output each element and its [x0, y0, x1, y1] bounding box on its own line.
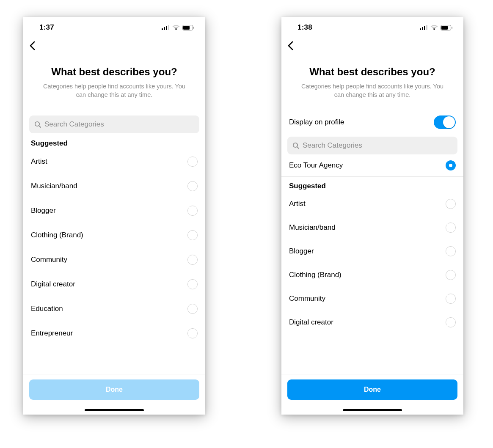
category-item[interactable]: Musician/band: [23, 174, 205, 198]
category-list: Artist Musician/band Blogger Clothing (B…: [23, 149, 205, 346]
search-icon: [292, 142, 299, 149]
svg-rect-0: [162, 28, 163, 30]
search-input[interactable]: Search Categories: [287, 137, 457, 154]
svg-rect-5: [183, 26, 190, 30]
radio-unchecked-icon: [187, 304, 198, 314]
page-title: What best describes you?: [281, 66, 463, 78]
status-icons: [162, 25, 194, 30]
battery-icon: [182, 25, 194, 30]
done-button-label: Done: [364, 386, 381, 393]
radio-unchecked-icon: [187, 279, 198, 289]
done-button[interactable]: Done: [287, 379, 457, 400]
radio-unchecked-icon: [187, 328, 198, 338]
svg-rect-6: [193, 27, 194, 29]
display-on-profile-row: Display on profile: [281, 115, 463, 137]
home-indicator[interactable]: [343, 409, 402, 411]
search-placeholder: Search Categories: [44, 120, 104, 129]
content-area: Display on profile Search Categories Eco…: [281, 115, 463, 374]
home-indicator[interactable]: [85, 409, 144, 411]
svg-rect-10: [422, 27, 423, 30]
radio-unchecked-icon: [187, 230, 198, 240]
category-item[interactable]: Digital creator: [23, 272, 205, 297]
svg-rect-3: [168, 25, 169, 30]
back-button[interactable]: [29, 41, 35, 52]
svg-rect-14: [441, 26, 448, 30]
category-label: Musician/band: [289, 223, 336, 232]
category-label: Education: [31, 305, 63, 313]
done-button-label: Done: [106, 386, 123, 393]
category-item[interactable]: Artist: [23, 149, 205, 174]
radio-unchecked-icon: [187, 157, 198, 167]
page-subtitle: Categories help people find accounts lik…: [23, 82, 205, 99]
category-item[interactable]: Entrepreneur: [23, 321, 205, 346]
radio-unchecked-icon: [187, 181, 198, 191]
display-on-profile-label: Display on profile: [289, 118, 344, 126]
phone-screen-right: 1:38 What best describes you? Categories…: [281, 17, 463, 415]
category-label: Entrepreneur: [31, 329, 73, 338]
category-label: Digital creator: [31, 280, 75, 289]
nav-bar: [23, 38, 205, 55]
nav-bar: [281, 38, 463, 55]
category-item[interactable]: Artist: [281, 192, 463, 216]
status-time: 1:37: [39, 23, 54, 32]
selected-category-label: Eco Tour Agency: [289, 161, 343, 170]
radio-unchecked-icon: [446, 199, 456, 209]
svg-line-8: [39, 126, 41, 127]
wifi-icon: [172, 25, 180, 30]
category-item[interactable]: Clothing (Brand): [23, 223, 205, 247]
radio-unchecked-icon: [187, 206, 198, 216]
footer: Done: [23, 374, 205, 407]
category-item[interactable]: Blogger: [281, 239, 463, 263]
svg-rect-11: [424, 26, 425, 30]
category-list: Artist Musician/band Blogger Clothing (B…: [281, 192, 463, 334]
category-label: Clothing (Brand): [289, 271, 342, 279]
category-item[interactable]: Community: [23, 247, 205, 272]
done-button[interactable]: Done: [29, 379, 199, 400]
search-input[interactable]: Search Categories: [29, 115, 199, 133]
wifi-icon: [430, 25, 438, 30]
radio-unchecked-icon: [446, 246, 456, 256]
chevron-left-icon: [287, 41, 293, 50]
footer: Done: [281, 374, 463, 407]
chevron-left-icon: [29, 41, 35, 50]
category-label: Blogger: [289, 247, 314, 256]
svg-rect-15: [452, 27, 452, 29]
category-item[interactable]: Digital creator: [281, 311, 463, 334]
radio-unchecked-icon: [446, 223, 456, 233]
category-label: Digital creator: [289, 318, 333, 327]
category-item[interactable]: Clothing (Brand): [281, 263, 463, 287]
svg-rect-2: [166, 26, 167, 30]
category-label: Community: [289, 294, 325, 303]
radio-unchecked-icon: [187, 255, 198, 265]
category-item[interactable]: Education: [23, 297, 205, 321]
radio-unchecked-icon: [446, 317, 456, 327]
cellular-icon: [420, 25, 428, 30]
category-label: Blogger: [31, 206, 56, 215]
svg-rect-1: [164, 27, 165, 30]
phone-screen-left: 1:37 What best describes you? Categories…: [23, 17, 205, 415]
category-label: Community: [31, 256, 67, 264]
content-area: Search Categories Suggested Artist Music…: [23, 115, 205, 374]
page-title: What best describes you?: [23, 66, 205, 78]
search-placeholder: Search Categories: [303, 141, 362, 150]
display-on-profile-toggle[interactable]: [434, 115, 456, 129]
category-label: Clothing (Brand): [31, 231, 83, 239]
radio-unchecked-icon: [446, 294, 456, 304]
svg-line-17: [297, 147, 299, 148]
category-label: Artist: [31, 157, 47, 166]
selected-category-row[interactable]: Eco Tour Agency: [281, 154, 463, 176]
page-subtitle: Categories help people find accounts lik…: [281, 82, 463, 99]
status-icons: [420, 25, 452, 30]
status-time: 1:38: [297, 23, 312, 32]
back-button[interactable]: [287, 41, 293, 52]
radio-unchecked-icon: [446, 270, 456, 280]
search-icon: [34, 121, 41, 128]
category-item[interactable]: Community: [281, 287, 463, 311]
svg-rect-12: [426, 25, 427, 30]
cellular-icon: [162, 25, 170, 30]
suggested-heading: Suggested: [281, 176, 463, 192]
category-item[interactable]: Blogger: [23, 198, 205, 223]
status-bar: 1:38: [281, 17, 463, 38]
category-item[interactable]: Musician/band: [281, 216, 463, 239]
category-label: Artist: [289, 200, 306, 208]
